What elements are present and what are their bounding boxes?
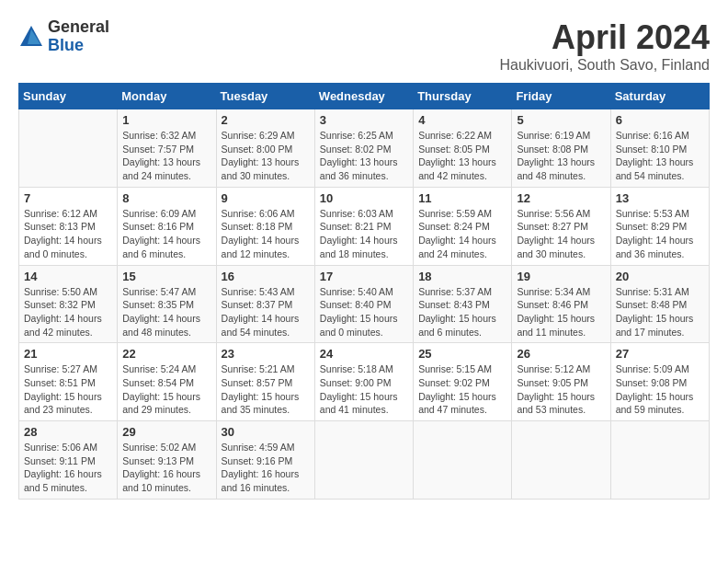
logo: General Blue: [18, 18, 109, 55]
week-row-3: 14Sunrise: 5:50 AM Sunset: 8:32 PM Dayli…: [19, 265, 710, 343]
day-number: 13: [616, 191, 704, 205]
day-number: 10: [320, 191, 408, 205]
calendar-table: SundayMondayTuesdayWednesdayThursdayFrid…: [18, 83, 710, 500]
calendar-cell: 28Sunrise: 5:06 AM Sunset: 9:11 PM Dayli…: [19, 421, 118, 500]
day-info: Sunrise: 4:59 AM Sunset: 9:16 PM Dayligh…: [222, 441, 310, 495]
day-info: Sunrise: 5:47 AM Sunset: 8:35 PM Dayligh…: [122, 285, 210, 339]
day-number: 17: [320, 270, 408, 283]
calendar-cell: 6Sunrise: 6:16 AM Sunset: 8:10 PM Daylig…: [610, 109, 709, 188]
day-info: Sunrise: 5:15 AM Sunset: 9:02 PM Dayligh…: [418, 362, 506, 417]
day-info: Sunrise: 5:21 AM Sunset: 8:57 PM Dayligh…: [222, 362, 310, 417]
calendar-cell: 2Sunrise: 6:29 AM Sunset: 8:00 PM Daylig…: [216, 109, 314, 188]
week-row-4: 21Sunrise: 5:27 AM Sunset: 8:51 PM Dayli…: [19, 343, 710, 421]
day-info: Sunrise: 6:32 AM Sunset: 7:57 PM Dayligh…: [122, 129, 210, 183]
column-header-monday: Monday: [118, 84, 216, 109]
calendar-cell: [19, 109, 118, 188]
logo-icon: [18, 24, 44, 50]
day-info: Sunrise: 6:09 AM Sunset: 8:16 PM Dayligh…: [122, 207, 210, 261]
calendar-cell: 12Sunrise: 5:56 AM Sunset: 8:27 PM Dayli…: [512, 187, 610, 265]
location-subtitle: Haukivuori, South Savo, Finland: [499, 57, 710, 74]
calendar-cell: 19Sunrise: 5:34 AM Sunset: 8:46 PM Dayli…: [512, 265, 610, 343]
day-info: Sunrise: 6:22 AM Sunset: 8:05 PM Dayligh…: [418, 129, 506, 183]
day-info: Sunrise: 5:59 AM Sunset: 8:24 PM Dayligh…: [418, 207, 506, 261]
calendar-cell: 3Sunrise: 6:25 AM Sunset: 8:02 PM Daylig…: [314, 109, 413, 188]
day-number: 8: [122, 191, 210, 205]
day-number: 2: [222, 113, 310, 127]
column-header-wednesday: Wednesday: [314, 84, 413, 109]
calendar-cell: 18Sunrise: 5:37 AM Sunset: 8:43 PM Dayli…: [414, 265, 512, 343]
calendar-cell: 21Sunrise: 5:27 AM Sunset: 8:51 PM Dayli…: [19, 343, 118, 421]
day-number: 9: [222, 191, 310, 205]
day-number: 20: [616, 270, 704, 283]
calendar-cell: 29Sunrise: 5:02 AM Sunset: 9:13 PM Dayli…: [118, 421, 216, 500]
week-row-5: 28Sunrise: 5:06 AM Sunset: 9:11 PM Dayli…: [19, 421, 710, 500]
day-info: Sunrise: 5:06 AM Sunset: 9:11 PM Dayligh…: [24, 441, 112, 495]
calendar-cell: 4Sunrise: 6:22 AM Sunset: 8:05 PM Daylig…: [414, 109, 512, 188]
day-number: 1: [122, 113, 210, 127]
day-number: 15: [122, 270, 210, 283]
calendar-cell: [314, 421, 413, 500]
day-info: Sunrise: 5:18 AM Sunset: 9:00 PM Dayligh…: [320, 362, 408, 417]
calendar-cell: 1Sunrise: 6:32 AM Sunset: 7:57 PM Daylig…: [118, 109, 216, 188]
calendar-cell: 10Sunrise: 6:03 AM Sunset: 8:21 PM Dayli…: [314, 187, 413, 265]
calendar-cell: 7Sunrise: 6:12 AM Sunset: 8:13 PM Daylig…: [19, 187, 118, 265]
day-number: 24: [320, 347, 408, 361]
day-info: Sunrise: 5:09 AM Sunset: 9:08 PM Dayligh…: [616, 362, 704, 417]
day-info: Sunrise: 5:37 AM Sunset: 8:43 PM Dayligh…: [418, 285, 506, 339]
page-header: General Blue April 2024 Haukivuori, Sout…: [18, 18, 710, 74]
day-info: Sunrise: 5:27 AM Sunset: 8:51 PM Dayligh…: [24, 362, 112, 417]
calendar-cell: 15Sunrise: 5:47 AM Sunset: 8:35 PM Dayli…: [118, 265, 216, 343]
logo-blue: Blue: [48, 37, 109, 55]
day-info: Sunrise: 5:40 AM Sunset: 8:40 PM Dayligh…: [320, 285, 408, 339]
day-number: 5: [517, 113, 605, 127]
calendar-cell: 16Sunrise: 5:43 AM Sunset: 8:37 PM Dayli…: [216, 265, 314, 343]
day-number: 18: [418, 270, 506, 283]
column-header-tuesday: Tuesday: [216, 84, 314, 109]
day-info: Sunrise: 5:50 AM Sunset: 8:32 PM Dayligh…: [24, 285, 112, 339]
calendar-cell: 30Sunrise: 4:59 AM Sunset: 9:16 PM Dayli…: [216, 421, 314, 500]
day-number: 6: [616, 113, 704, 127]
calendar-cell: [512, 421, 610, 500]
day-number: 30: [222, 425, 310, 439]
calendar-cell: 14Sunrise: 5:50 AM Sunset: 8:32 PM Dayli…: [19, 265, 118, 343]
day-info: Sunrise: 5:56 AM Sunset: 8:27 PM Dayligh…: [517, 207, 605, 261]
month-title: April 2024: [499, 18, 710, 57]
calendar-cell: 25Sunrise: 5:15 AM Sunset: 9:02 PM Dayli…: [414, 343, 512, 421]
day-number: 27: [616, 347, 704, 361]
calendar-cell: 5Sunrise: 6:19 AM Sunset: 8:08 PM Daylig…: [512, 109, 610, 188]
logo-general: General: [48, 18, 109, 37]
calendar-cell: 24Sunrise: 5:18 AM Sunset: 9:00 PM Dayli…: [314, 343, 413, 421]
day-info: Sunrise: 5:53 AM Sunset: 8:29 PM Dayligh…: [616, 207, 704, 261]
calendar-cell: 27Sunrise: 5:09 AM Sunset: 9:08 PM Dayli…: [610, 343, 709, 421]
day-info: Sunrise: 5:31 AM Sunset: 8:48 PM Dayligh…: [616, 285, 704, 339]
column-header-saturday: Saturday: [610, 84, 709, 109]
calendar-cell: 17Sunrise: 5:40 AM Sunset: 8:40 PM Dayli…: [314, 265, 413, 343]
day-info: Sunrise: 5:12 AM Sunset: 9:05 PM Dayligh…: [517, 362, 605, 417]
day-number: 29: [122, 425, 210, 439]
day-info: Sunrise: 6:06 AM Sunset: 8:18 PM Dayligh…: [222, 207, 310, 261]
day-info: Sunrise: 6:16 AM Sunset: 8:10 PM Dayligh…: [616, 129, 704, 183]
day-number: 16: [222, 270, 310, 283]
calendar-cell: 11Sunrise: 5:59 AM Sunset: 8:24 PM Dayli…: [414, 187, 512, 265]
day-number: 21: [24, 347, 112, 361]
day-number: 7: [24, 191, 112, 205]
calendar-cell: 23Sunrise: 5:21 AM Sunset: 8:57 PM Dayli…: [216, 343, 314, 421]
day-info: Sunrise: 5:02 AM Sunset: 9:13 PM Dayligh…: [122, 441, 210, 495]
day-info: Sunrise: 6:29 AM Sunset: 8:00 PM Dayligh…: [222, 129, 310, 183]
day-number: 19: [517, 270, 605, 283]
calendar-cell: 9Sunrise: 6:06 AM Sunset: 8:18 PM Daylig…: [216, 187, 314, 265]
day-info: Sunrise: 6:03 AM Sunset: 8:21 PM Dayligh…: [320, 207, 408, 261]
day-number: 11: [418, 191, 506, 205]
header-row: SundayMondayTuesdayWednesdayThursdayFrid…: [19, 84, 710, 109]
calendar-cell: 26Sunrise: 5:12 AM Sunset: 9:05 PM Dayli…: [512, 343, 610, 421]
calendar-cell: [610, 421, 709, 500]
day-number: 4: [418, 113, 506, 127]
week-row-1: 1Sunrise: 6:32 AM Sunset: 7:57 PM Daylig…: [19, 109, 710, 188]
day-number: 23: [222, 347, 310, 361]
column-header-sunday: Sunday: [19, 84, 118, 109]
day-info: Sunrise: 5:24 AM Sunset: 8:54 PM Dayligh…: [122, 362, 210, 417]
calendar-cell: [414, 421, 512, 500]
day-number: 3: [320, 113, 408, 127]
day-number: 28: [24, 425, 112, 439]
day-info: Sunrise: 6:19 AM Sunset: 8:08 PM Dayligh…: [517, 129, 605, 183]
